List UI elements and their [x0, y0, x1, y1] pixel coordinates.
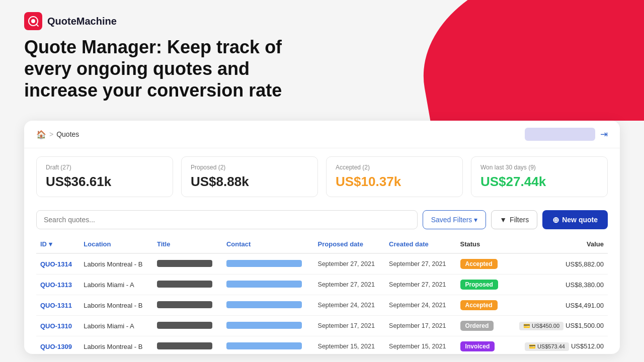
row-proposed-date: September 27, 2021: [314, 253, 385, 275]
row-value-cell: 💳 US$450.00US$1,500.00: [507, 316, 608, 336]
logo-area: QuoteMachine: [24, 12, 117, 30]
stat-value-won: US$27.44k: [480, 174, 598, 190]
col-header-proposed-date[interactable]: Proposed date: [314, 235, 385, 253]
status-badge: Accepted: [460, 300, 498, 310]
filter-icon: ▼: [500, 216, 507, 224]
hero-text-area: Quote Manager: Keep track of every ongoi…: [24, 36, 326, 102]
row-value: US$8,380.00: [566, 281, 604, 289]
row-created-date: September 27, 2021: [385, 275, 456, 295]
breadcrumb-current: Quotes: [56, 130, 79, 138]
col-header-status[interactable]: Status: [456, 235, 507, 253]
row-location: Laboris Miami - A: [79, 316, 153, 336]
stat-label-won: Won last 30 days (9): [480, 164, 598, 171]
new-quote-button[interactable]: ⊕ New quote: [542, 210, 608, 229]
svg-point-1: [31, 19, 35, 23]
home-icon[interactable]: 🏠: [36, 130, 46, 139]
breadcrumb-separator: >: [49, 130, 53, 138]
logo-text: QuoteMachine: [47, 16, 117, 27]
col-header-location[interactable]: Location: [79, 235, 153, 253]
row-created-date: September 27, 2021: [385, 253, 456, 275]
row-contact: [222, 295, 314, 316]
row-status: Invoiced: [456, 336, 507, 354]
row-id[interactable]: QUO-1313: [36, 275, 79, 295]
row-location: Laboris Montreal - B: [79, 253, 153, 275]
row-title: [153, 275, 222, 295]
sub-badge: 💳 US$573.44: [525, 342, 569, 351]
row-created-date: September 17, 2021: [385, 316, 456, 336]
row-location: Laboris Montreal - B: [79, 295, 153, 316]
row-title: [153, 253, 222, 275]
row-title: [153, 316, 222, 336]
new-quote-label: New quote: [562, 216, 598, 224]
row-value: US$5,882.00: [566, 260, 604, 268]
col-header-value[interactable]: Value: [507, 235, 608, 253]
row-value-cell: US$4,491.00: [507, 295, 608, 316]
row-value: US$4,491.00: [566, 302, 604, 309]
table-header-row: ID ▾ Location Title Contact Proposed dat…: [36, 235, 608, 253]
row-proposed-date: September 15, 2021: [314, 336, 385, 354]
table-row: QUO-1309 Laboris Montreal - B September …: [36, 336, 608, 354]
table-row: QUO-1310 Laboris Miami - A September 17,…: [36, 316, 608, 336]
stat-card-won: Won last 30 days (9) US$27.44k: [471, 156, 608, 197]
saved-filters-button[interactable]: Saved Filters ▾: [423, 210, 487, 229]
status-badge: Proposed: [460, 280, 498, 290]
stat-value-draft: US$36.61k: [46, 174, 164, 190]
row-location: Laboris Montreal - B: [79, 336, 153, 354]
toolbar: Saved Filters ▾ ▼ Filters ⊕ New quote: [24, 205, 620, 235]
table-row: QUO-1314 Laboris Montreal - B September …: [36, 253, 608, 275]
row-status: Accepted: [456, 295, 507, 316]
row-id[interactable]: QUO-1309: [36, 336, 79, 354]
status-badge: Invoiced: [460, 341, 495, 351]
row-contact: [222, 275, 314, 295]
row-value: US$512.00: [571, 342, 604, 350]
col-header-created-date[interactable]: Created date: [385, 235, 456, 253]
row-contact: [222, 336, 314, 354]
row-value-cell: US$8,380.00: [507, 275, 608, 295]
plus-icon: ⊕: [552, 215, 559, 225]
external-link-icon[interactable]: ⇥: [600, 129, 608, 140]
logo-icon: [24, 12, 42, 30]
hero-title: Quote Manager: Keep track of every ongoi…: [24, 36, 326, 102]
stat-label-draft: Draft (27): [46, 164, 164, 171]
filters-label: Filters: [510, 216, 529, 224]
search-input[interactable]: [36, 210, 418, 229]
status-badge: Ordered: [460, 321, 494, 331]
row-contact: [222, 253, 314, 275]
row-status: Proposed: [456, 275, 507, 295]
table-row: QUO-1311 Laboris Montreal - B September …: [36, 295, 608, 316]
row-location: Laboris Miami - A: [79, 275, 153, 295]
stat-label-proposed: Proposed (2): [191, 164, 308, 171]
card-header: 🏠 > Quotes ⇥: [24, 121, 620, 148]
sub-badge: 💳 US$450.00: [519, 322, 564, 330]
breadcrumb: 🏠 > Quotes: [36, 130, 79, 139]
stat-card-accepted: Accepted (2) US$10.37k: [326, 156, 463, 197]
header-search-bar: [525, 128, 595, 141]
stat-value-accepted: US$10.37k: [336, 174, 453, 190]
col-header-contact[interactable]: Contact: [222, 235, 314, 253]
quotes-table: ID ▾ Location Title Contact Proposed dat…: [36, 235, 608, 354]
status-badge: Accepted: [460, 259, 498, 269]
stat-value-proposed: US$8.88k: [191, 174, 308, 190]
stats-row: Draft (27) US$36.61k Proposed (2) US$8.8…: [24, 148, 620, 205]
hero-blob: [408, 0, 644, 121]
row-created-date: September 24, 2021: [385, 295, 456, 316]
row-title: [153, 295, 222, 316]
col-header-title[interactable]: Title: [153, 235, 222, 253]
table-wrapper: ID ▾ Location Title Contact Proposed dat…: [24, 235, 620, 354]
row-proposed-date: September 17, 2021: [314, 316, 385, 336]
filters-button[interactable]: ▼ Filters: [491, 210, 537, 229]
row-id[interactable]: QUO-1311: [36, 295, 79, 316]
row-id[interactable]: QUO-1314: [36, 253, 79, 275]
col-header-id[interactable]: ID ▾: [36, 235, 79, 253]
row-status: Accepted: [456, 253, 507, 275]
row-contact: [222, 316, 314, 336]
row-value-cell: US$5,882.00: [507, 253, 608, 275]
row-created-date: September 15, 2021: [385, 336, 456, 354]
row-status: Ordered: [456, 316, 507, 336]
row-id[interactable]: QUO-1310: [36, 316, 79, 336]
saved-filters-label: Saved Filters ▾: [431, 216, 478, 224]
stat-label-accepted: Accepted (2): [336, 164, 453, 171]
table-row: QUO-1313 Laboris Miami - A September 27,…: [36, 275, 608, 295]
row-title: [153, 336, 222, 354]
row-value-cell: 💳 US$573.44US$512.00: [507, 336, 608, 354]
